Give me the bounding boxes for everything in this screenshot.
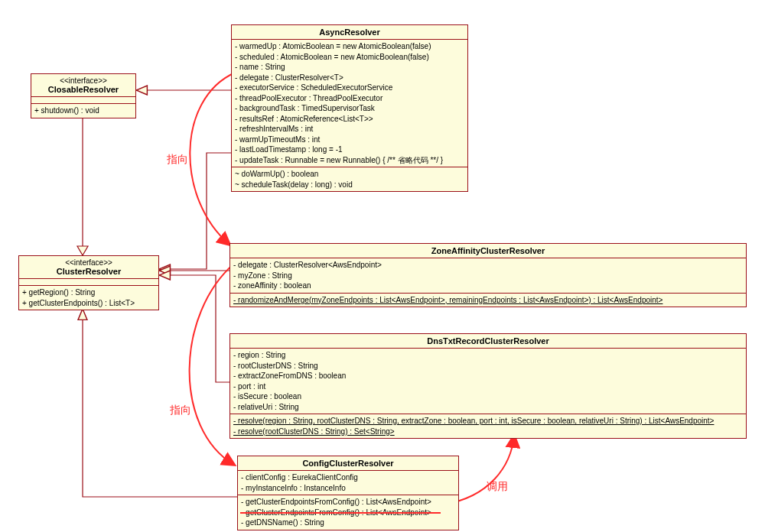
dns-attr-0: - region : String <box>233 350 743 361</box>
closable-name: ClosableResolver <box>48 85 119 94</box>
class-closable-resolver: <<interface>> ClosableResolver + shutdow… <box>31 73 136 118</box>
closable-title: <<interface>> ClosableResolver <box>31 74 135 97</box>
async-attr-3: - delegate : ClusterResolver<T> <box>235 73 464 83</box>
async-attr-9: - warmUpTimeoutMs : int <box>235 135 464 145</box>
async-attr-5: - threadPoolExecutor : ThreadPoolExecuto… <box>235 93 464 104</box>
class-zone-resolver: ZoneAffinityClusterResolver - delegate :… <box>230 243 747 307</box>
closable-method-shutdown: + shutdown() : void <box>34 105 132 116</box>
class-dns-resolver: DnsTxtRecordClusterResolver - region : S… <box>230 333 747 439</box>
dns-attrs: - region : String - rootClusterDNS : Str… <box>230 349 746 414</box>
dns-attr-2: - extractZoneFromDNS : boolean <box>233 371 743 381</box>
dns-attr-4: - isSecure : boolean <box>233 391 743 402</box>
closable-methods: + shutdown() : void <box>31 104 135 118</box>
zone-methods: - randomizeAndMerge(myZoneEndpoints : Li… <box>230 294 746 307</box>
config-attrs: - clientConfig : EurekaClientConfig - my… <box>238 471 458 495</box>
config-attr-0: - clientConfig : EurekaClientConfig <box>241 472 455 483</box>
dns-attr-3: - port : int <box>233 381 743 392</box>
async-methods: ~ doWarmUp() : boolean ~ scheduleTask(de… <box>232 167 467 191</box>
async-attr-10: - lastLoadTimestamp : long = -1 <box>235 144 464 155</box>
config-method-2: - getDNSName() : String <box>241 517 455 528</box>
class-config-resolver: ConfigClusterResolver - clientConfig : E… <box>237 456 459 530</box>
async-attr-4: - executorService : ScheduledExecutorSer… <box>235 83 464 93</box>
dns-title: DnsTxtRecordClusterResolver <box>230 334 746 349</box>
async-attr-6: - backgroundTask : TimedSupervisorTask <box>235 103 464 114</box>
annotation-invoke: 调用 <box>487 480 508 494</box>
dns-methods: - resolve(region : String, rootClusterDN… <box>230 414 746 438</box>
async-attr-0: - warmedUp : AtomicBoolean = new AtomicB… <box>235 41 464 52</box>
async-attrs: - warmedUp : AtomicBoolean = new AtomicB… <box>232 40 467 167</box>
dns-attr-5: - relativeUri : String <box>233 402 743 413</box>
annotation-point-to-2: 指向 <box>170 404 191 417</box>
cluster-method-getregion: + getRegion() : String <box>22 287 155 298</box>
config-title: ConfigClusterResolver <box>238 456 458 471</box>
cluster-method-getendpoints: + getClusterEndpoints() : List<T> <box>22 298 155 309</box>
zone-attr-1: - myZone : String <box>233 271 743 281</box>
zone-attr-2: - zoneAffinity : boolean <box>233 281 743 291</box>
async-method-1: ~ scheduleTask(delay : long) : void <box>235 180 464 190</box>
config-method-0: - getClusterEndpointsFromConfig() : List… <box>241 497 455 508</box>
dns-attr-1: - rootClusterDNS : String <box>233 361 743 371</box>
config-underline <box>240 512 441 514</box>
dns-method-0: - resolve(region : String, rootClusterDN… <box>233 416 743 427</box>
zone-attr-0: - delegate : ClusterResolver<AwsEndpoint… <box>233 260 743 271</box>
async-attr-7: - resultsRef : AtomicReference<List<T>> <box>235 114 464 125</box>
zone-title: ZoneAffinityClusterResolver <box>230 244 746 258</box>
cluster-methods: + getRegion() : String + getClusterEndpo… <box>19 286 158 310</box>
zone-method-0: - randomizeAndMerge(myZoneEndpoints : Li… <box>233 295 743 306</box>
zone-attrs: - delegate : ClusterResolver<AwsEndpoint… <box>230 258 746 294</box>
async-attr-11: - updateTask : Runnable = new Runnable()… <box>235 155 464 166</box>
dns-method-1: - resolve(rootClusterDNS : String) : Set… <box>233 427 743 437</box>
cluster-name: ClusterResolver <box>57 267 121 276</box>
cluster-stereotype: <<interface>> <box>24 258 154 267</box>
async-attr-1: - scheduled : AtomicBoolean = new Atomic… <box>235 52 464 63</box>
async-attr-2: - name : String <box>235 62 464 73</box>
async-method-0: ~ doWarmUp() : boolean <box>235 169 464 180</box>
closable-attrs <box>31 97 135 104</box>
async-title: AsyncResolver <box>232 25 467 40</box>
closable-stereotype: <<interface>> <box>36 76 131 85</box>
async-attr-8: - refreshIntervalMs : int <box>235 124 464 135</box>
cluster-attrs <box>19 279 158 286</box>
class-async-resolver: AsyncResolver - warmedUp : AtomicBoolean… <box>231 24 468 192</box>
cluster-title: <<interface>> ClusterResolver <box>19 256 158 279</box>
annotation-point-to-1: 指向 <box>167 153 188 167</box>
class-cluster-resolver: <<interface>> ClusterResolver + getRegio… <box>18 255 159 310</box>
config-attr-1: - myInstanceInfo : InstanceInfo <box>241 483 455 494</box>
